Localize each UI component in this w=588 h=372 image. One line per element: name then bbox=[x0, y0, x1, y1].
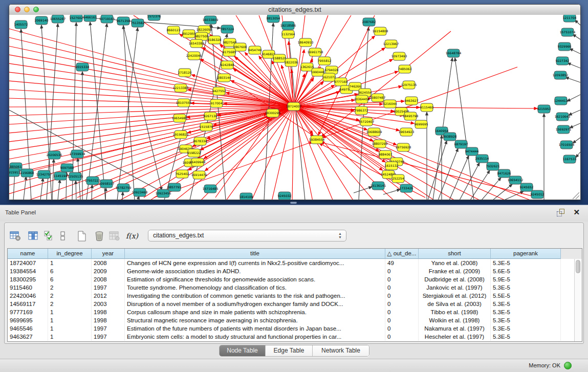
column-header-title[interactable]: title bbox=[125, 249, 385, 259]
graph-node-label: 9115460 bbox=[420, 105, 434, 109]
column-header-out_degree[interactable]: △ out_de... bbox=[385, 249, 419, 259]
function-builder-button[interactable]: f(x) bbox=[125, 230, 139, 242]
graph-edge[interactable] bbox=[569, 110, 580, 115]
table-body: 1872400712008Changes of HCN gene express… bbox=[8, 259, 582, 341]
column-header-short[interactable]: short bbox=[419, 249, 491, 259]
graph-node-label: 12213383 bbox=[173, 86, 189, 90]
graph-edge[interactable] bbox=[9, 90, 294, 106]
graph-node-label: 8215953 bbox=[537, 107, 551, 111]
table-row[interactable]: 1456911722003Disruption of a novel membe… bbox=[8, 300, 582, 308]
table-row[interactable]: 969969511998Structural magnetic resonanc… bbox=[8, 316, 582, 324]
cell-short: Nakamura et al. (1997) bbox=[419, 324, 491, 333]
column-header-in_degree[interactable]: in_degree bbox=[48, 249, 92, 259]
network-window-titlebar[interactable]: citations_edges.txt bbox=[9, 5, 580, 15]
import-table-button[interactable] bbox=[108, 230, 121, 242]
scrollbar-thumb[interactable] bbox=[576, 260, 580, 273]
column-header-label: out_de... bbox=[394, 250, 417, 256]
graph-node-label: 10688609 bbox=[366, 130, 382, 134]
table-row[interactable]: 911546021997Tourette syndrome. Phenomeno… bbox=[8, 283, 582, 292]
graph-edge[interactable] bbox=[565, 77, 580, 82]
graph-edge[interactable] bbox=[40, 178, 43, 200]
node-attribute-table[interactable]: namein_degreeyeartitle△ out_de...shortpa… bbox=[7, 248, 582, 342]
column-header-pagerank[interactable]: pagerank bbox=[491, 249, 561, 259]
graph-node-label: 7955812 bbox=[318, 59, 332, 62]
graph-edge[interactable] bbox=[117, 28, 138, 200]
graph-edge[interactable] bbox=[504, 191, 524, 200]
cell-name: 9777169 bbox=[8, 308, 48, 316]
graph-edge[interactable] bbox=[292, 106, 294, 200]
cell-year: 1998 bbox=[92, 316, 125, 324]
table-row[interactable]: 1938455462009Genome-wide association stu… bbox=[8, 267, 582, 275]
graph-node-label: 9777169 bbox=[334, 80, 348, 83]
graph-edge[interactable] bbox=[294, 106, 354, 200]
delete-table-button[interactable] bbox=[93, 230, 106, 242]
graph-edge[interactable] bbox=[52, 159, 54, 200]
graph-edge[interactable] bbox=[86, 24, 107, 200]
graph-node-label: 9463627 bbox=[405, 99, 419, 102]
network-canvas[interactable]: 1405572206914010655287152760264661611071… bbox=[9, 15, 580, 200]
cell-in_degree: 1 bbox=[48, 316, 92, 324]
graph-edge[interactable] bbox=[9, 29, 294, 106]
column-header-name[interactable]: name bbox=[8, 249, 48, 259]
graph-edge[interactable] bbox=[90, 22, 105, 200]
graph-edge[interactable] bbox=[570, 49, 580, 54]
graph-edge[interactable] bbox=[9, 106, 294, 107]
graph-edge[interactable] bbox=[9, 46, 294, 106]
table-row[interactable]: 977716911998Corpus callosum shape and si… bbox=[8, 308, 582, 316]
cell-short: Stergiakouli et al. (2012) bbox=[419, 292, 491, 300]
select-rows-button[interactable] bbox=[43, 230, 54, 242]
table-chooser-dropdown[interactable]: citations_edges.txt ▲▼ bbox=[148, 230, 346, 242]
graph-edge[interactable] bbox=[482, 178, 501, 200]
new-table-button[interactable] bbox=[75, 230, 89, 242]
memory-status-indicator[interactable] bbox=[564, 362, 572, 369]
cell-pagerank: 5.6E-5 bbox=[491, 267, 561, 275]
panel-splitter-handle[interactable] bbox=[290, 202, 297, 204]
table-row[interactable]: 1872400712008Changes of HCN gene express… bbox=[8, 259, 582, 267]
graph-edge[interactable] bbox=[9, 55, 294, 106]
tab-network-table[interactable]: Network Table bbox=[313, 345, 369, 356]
graph-edge[interactable] bbox=[294, 106, 399, 130]
table-settings-button[interactable] bbox=[9, 230, 22, 242]
resize-grip-icon[interactable] bbox=[573, 192, 579, 199]
graph-node-label: 9242848 bbox=[221, 63, 234, 67]
graph-edge[interactable] bbox=[123, 25, 162, 190]
graph-node-label: 917004 bbox=[211, 101, 223, 105]
graph-node-label: 9245032 bbox=[278, 194, 292, 198]
graph-edge[interactable] bbox=[105, 188, 106, 200]
graph-edge[interactable] bbox=[383, 189, 400, 194]
cell-year: 1997 bbox=[92, 283, 125, 292]
table-row[interactable]: 946362711997Embryonic stem cells: a mode… bbox=[8, 333, 582, 341]
graph-node-label: 2803144 bbox=[217, 76, 231, 79]
cell-year: 1998 bbox=[92, 308, 125, 316]
graph-node-label: 2867608 bbox=[233, 45, 247, 49]
graph-edge[interactable] bbox=[123, 26, 135, 200]
graph-edge[interactable] bbox=[568, 63, 580, 68]
network-graph[interactable]: 1405572206914010655287152760264661611071… bbox=[9, 15, 580, 200]
column-header-year[interactable]: year bbox=[92, 249, 125, 259]
table-row[interactable]: 1830029562008Estimation of significance … bbox=[8, 275, 582, 283]
tab-edge-table[interactable]: Edge Table bbox=[266, 345, 313, 356]
graph-node-label: 10654112 bbox=[508, 178, 524, 182]
graph-edge[interactable] bbox=[24, 177, 26, 200]
table-vertical-scrollbar[interactable] bbox=[574, 259, 582, 341]
graph-node-label: 10923468 bbox=[132, 190, 148, 194]
close-panel-icon[interactable]: ✕ bbox=[573, 207, 580, 217]
column-header-label: short bbox=[448, 250, 461, 256]
network-view-window[interactable]: citations_edges.txt 14055722069140106552… bbox=[9, 4, 581, 200]
graph-node-label: 6466161 bbox=[83, 15, 97, 19]
cell-name: 9465546 bbox=[8, 324, 48, 333]
graph-node-label: 1822036 bbox=[285, 60, 298, 64]
graph-edge[interactable] bbox=[9, 72, 294, 106]
row-height-button[interactable] bbox=[59, 230, 67, 242]
float-panel-icon[interactable] bbox=[557, 209, 564, 216]
graph-edge[interactable] bbox=[438, 148, 458, 200]
graph-node-label: 17359934 bbox=[70, 152, 85, 156]
cell-pagerank: 5.3E-5 bbox=[491, 283, 561, 292]
cell-pagerank: 5.3E-5 bbox=[491, 300, 561, 308]
table-row[interactable]: 2242004622012Investigating the contribut… bbox=[8, 292, 582, 300]
graph-edge[interactable] bbox=[567, 95, 580, 101]
tab-node-table[interactable]: Node Table bbox=[220, 345, 266, 356]
table-row[interactable]: 946554611997Estimation of the future num… bbox=[8, 324, 582, 333]
graph-node-label: 1733426 bbox=[400, 186, 413, 190]
show-columns-button[interactable] bbox=[27, 230, 40, 242]
